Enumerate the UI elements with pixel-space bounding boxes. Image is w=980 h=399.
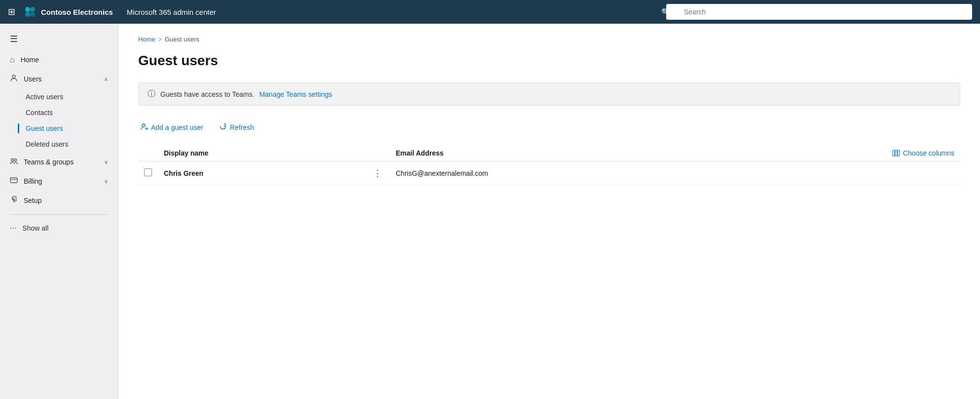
sidebar: ☰ ⌂ Home Users ∧ Active users Contacts G… [0, 24, 118, 399]
svg-rect-14 [898, 150, 900, 156]
teams-icon [10, 157, 18, 167]
home-icon: ⌂ [10, 55, 15, 64]
row-email: ChrisG@anexternalemail.com [390, 161, 723, 185]
row-choose-col-spacer [723, 161, 960, 185]
sidebar-item-teams-groups[interactable]: Teams & groups ∨ [0, 152, 118, 172]
sidebar-item-billing[interactable]: Billing ∨ [0, 172, 118, 191]
th-checkbox [138, 145, 158, 161]
row-more-cell: ⋮ [365, 161, 390, 185]
active-users-label: Active users [26, 93, 63, 101]
add-guest-icon [140, 122, 148, 132]
setup-icon [10, 196, 18, 205]
sidebar-subitem-guest-users[interactable]: Guest users [0, 120, 118, 136]
hamburger-button[interactable]: ☰ [0, 28, 118, 50]
add-guest-user-button[interactable]: Add a guest user [138, 120, 205, 135]
row-checkbox[interactable] [144, 168, 152, 176]
breadcrumb-separator: > [158, 36, 162, 43]
guest-users-label: Guest users [26, 124, 63, 132]
th-display-name: Display name [158, 145, 365, 161]
info-banner: ⓘ Guests have access to Teams. Manage Te… [138, 82, 960, 106]
breadcrumb: Home > Guest users [138, 36, 960, 43]
sidebar-label-billing: Billing [24, 177, 98, 185]
deleted-users-label: Deleted users [26, 140, 68, 148]
manage-teams-settings-link[interactable]: Manage Teams settings [259, 90, 332, 98]
data-table: Display name Email Address Choose column… [138, 145, 960, 185]
sidebar-item-setup[interactable]: Setup [0, 191, 118, 210]
users-chevron-icon: ∧ [104, 76, 108, 82]
app-name: Microsoft 365 admin center [127, 8, 216, 16]
row-checkbox-cell [138, 161, 158, 185]
sidebar-subitem-contacts[interactable]: Contacts [0, 105, 118, 120]
sidebar-label-teams-groups: Teams & groups [24, 158, 98, 166]
topbar: ⊞ Contoso Electronics Microsoft 365 admi… [0, 0, 980, 24]
brand-name: Contoso Electronics [41, 8, 113, 16]
info-icon: ⓘ [148, 89, 155, 99]
refresh-label: Refresh [230, 123, 254, 131]
th-choose-columns: Choose columns [723, 145, 960, 161]
show-all-label: Show all [22, 224, 48, 232]
svg-point-4 [12, 75, 15, 78]
show-all-dots-icon: ··· [10, 224, 16, 233]
choose-columns-label: Choose columns [903, 149, 954, 157]
choose-columns-button[interactable]: Choose columns [892, 149, 954, 157]
svg-point-5 [11, 159, 14, 161]
app-body: ☰ ⌂ Home Users ∧ Active users Contacts G… [0, 24, 980, 399]
th-more-spacer [365, 145, 390, 161]
main-content: Home > Guest users Guest users ⓘ Guests … [118, 24, 980, 399]
brand: Contoso Electronics [23, 5, 113, 19]
search-input[interactable] [666, 4, 972, 20]
sidebar-item-home[interactable]: ⌂ Home [0, 50, 118, 69]
row-display-name: Chris Green [158, 161, 365, 185]
refresh-icon [219, 122, 227, 132]
svg-point-3 [30, 12, 35, 17]
svg-rect-12 [893, 150, 895, 156]
svg-point-1 [30, 7, 35, 12]
grid-icon[interactable]: ⊞ [8, 6, 15, 17]
th-email: Email Address [390, 145, 723, 161]
sidebar-item-users[interactable]: Users ∧ [0, 69, 118, 89]
sidebar-label-users: Users [24, 75, 98, 83]
sidebar-label-setup: Setup [24, 197, 108, 204]
svg-rect-13 [895, 150, 897, 156]
svg-point-0 [25, 7, 30, 12]
sidebar-divider [10, 214, 108, 215]
sidebar-subitem-deleted-users[interactable]: Deleted users [0, 136, 118, 152]
search-wrapper: 🔍 [656, 4, 972, 20]
breadcrumb-home[interactable]: Home [138, 36, 155, 43]
sidebar-show-all[interactable]: ··· Show all [0, 219, 118, 238]
svg-rect-7 [10, 178, 17, 183]
add-guest-label: Add a guest user [151, 123, 203, 131]
contacts-label: Contacts [26, 109, 53, 117]
svg-point-9 [142, 124, 145, 127]
sidebar-label-home: Home [21, 56, 108, 64]
teams-chevron-icon: ∨ [104, 159, 108, 165]
billing-chevron-icon: ∨ [104, 178, 108, 185]
display-name-text[interactable]: Chris Green [164, 169, 203, 177]
row-more-button[interactable]: ⋮ [371, 169, 384, 178]
refresh-button[interactable]: Refresh [217, 120, 256, 135]
brand-logo [23, 5, 37, 19]
table-toolbar: Add a guest user Refresh [138, 120, 960, 135]
billing-icon [10, 177, 18, 186]
users-icon [10, 74, 18, 84]
sidebar-subitem-active-users[interactable]: Active users [0, 89, 118, 105]
breadcrumb-current: Guest users [165, 36, 199, 43]
svg-point-6 [14, 159, 17, 161]
page-title: Guest users [138, 53, 960, 69]
table-row: Chris Green ⋮ ChrisG@anexternalemail.com [138, 161, 960, 185]
svg-point-2 [25, 12, 30, 17]
info-banner-text: Guests have access to Teams. [160, 90, 254, 98]
